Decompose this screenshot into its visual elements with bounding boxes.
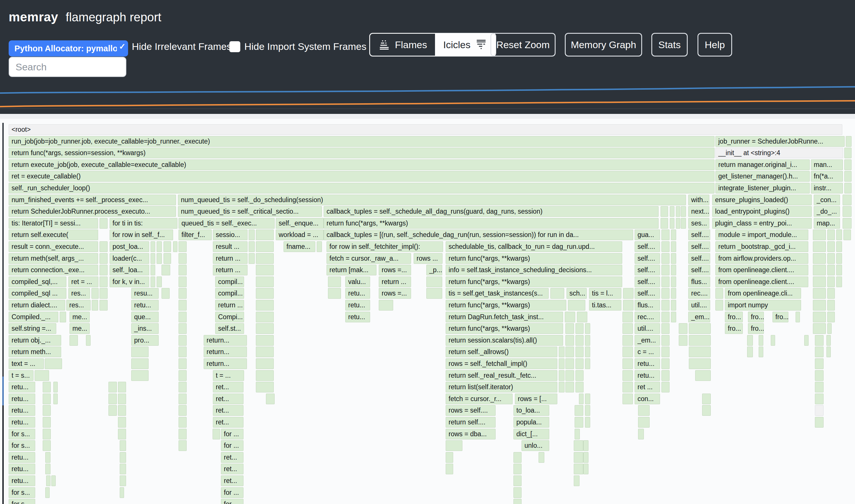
flame-cell-small[interactable] bbox=[575, 323, 584, 334]
flame-cell-small[interactable] bbox=[514, 499, 521, 504]
flame-cell-small[interactable] bbox=[163, 253, 171, 264]
flame-cell-small[interactable] bbox=[179, 276, 186, 287]
flame-cell-small[interactable] bbox=[43, 417, 51, 428]
flame-cell-small[interactable] bbox=[514, 464, 521, 474]
flame-cell[interactable]: retu... bbox=[345, 288, 370, 299]
flame-cell-small[interactable] bbox=[45, 464, 51, 474]
flame-cell-small[interactable] bbox=[43, 382, 51, 392]
flame-cell-small[interactable] bbox=[317, 241, 322, 252]
flame-cell[interactable]: tis = self.get_task_instances(s... bbox=[446, 288, 549, 299]
flame-cell-small[interactable] bbox=[108, 394, 117, 404]
flame-cell-small[interactable] bbox=[150, 253, 155, 264]
flame-cell[interactable]: ret... bbox=[221, 475, 244, 486]
flame-cell-small[interactable] bbox=[100, 265, 108, 275]
flame-cell[interactable]: t = s... bbox=[8, 370, 34, 381]
flame-cell[interactable]: self._loa... bbox=[110, 265, 149, 275]
flame-cell-small[interactable] bbox=[836, 265, 842, 275]
flame-cell[interactable]: return self.execute( bbox=[8, 230, 98, 240]
memory-graph[interactable] bbox=[0, 82, 855, 114]
flame-cell-small[interactable] bbox=[661, 370, 670, 381]
flame-cell[interactable]: return func(*args, **kwargs) bbox=[446, 300, 566, 310]
flame-cell-small[interactable] bbox=[179, 253, 186, 264]
flame-cell-small[interactable] bbox=[118, 417, 126, 428]
flame-cell[interactable]: dict_[... bbox=[514, 429, 549, 439]
flame-cell-small[interactable] bbox=[179, 300, 186, 310]
flame-cell[interactable]: ret... bbox=[213, 405, 244, 416]
flame-cell[interactable]: ret... bbox=[213, 394, 244, 404]
flame-cell-small[interactable] bbox=[747, 335, 753, 346]
flame-cell-small[interactable] bbox=[661, 276, 670, 287]
flame-cell-small[interactable] bbox=[157, 241, 162, 252]
flame-cell-small[interactable] bbox=[583, 440, 588, 451]
flame-cell-small[interactable] bbox=[53, 382, 58, 392]
flame-cell-small[interactable] bbox=[120, 440, 126, 451]
flame-cell-small[interactable] bbox=[575, 405, 583, 416]
flame-cell-small[interactable] bbox=[43, 394, 51, 404]
flame-cell-small[interactable] bbox=[43, 405, 51, 416]
flame-cell-small[interactable] bbox=[623, 323, 633, 334]
search-input[interactable] bbox=[8, 57, 126, 77]
flame-cell-small[interactable] bbox=[813, 241, 826, 252]
flame-cell-small[interactable] bbox=[676, 206, 680, 217]
flame-cell-small[interactable] bbox=[150, 276, 155, 287]
flame-cell[interactable]: self.... bbox=[635, 241, 660, 252]
flame-cell-small[interactable] bbox=[70, 335, 78, 346]
flame-cell-small[interactable] bbox=[256, 370, 274, 381]
flame-cell[interactable]: self.... bbox=[635, 265, 660, 275]
flame-cell-small[interactable] bbox=[623, 370, 633, 381]
flame-cell-small[interactable] bbox=[671, 276, 676, 287]
flame-cell[interactable]: fetch = cursor._r... bbox=[446, 394, 513, 404]
flame-cell-small[interactable] bbox=[813, 288, 826, 299]
flame-cell[interactable]: for k, v in... bbox=[110, 276, 149, 287]
flame-cell-small[interactable] bbox=[585, 323, 590, 334]
flame-cell-small[interactable] bbox=[715, 288, 723, 299]
flame-cell[interactable]: me... bbox=[70, 312, 90, 322]
flame-cell[interactable]: post_loa... bbox=[110, 241, 149, 252]
flame-cell[interactable]: return func(*args, **kwargs) bbox=[324, 218, 659, 229]
flame-cell[interactable]: return SchedulerJobRunner.process_execut… bbox=[8, 206, 176, 217]
flame-cell-small[interactable] bbox=[575, 346, 584, 357]
flame-cell[interactable]: con... bbox=[635, 394, 660, 404]
flame-cell-small[interactable] bbox=[179, 405, 186, 416]
flame-cell[interactable]: fn(*a... bbox=[811, 171, 843, 182]
flame-cell-small[interactable] bbox=[815, 417, 823, 428]
flame-cell-small[interactable] bbox=[256, 323, 274, 334]
flame-cell-small[interactable] bbox=[179, 241, 186, 252]
flame-cell-small[interactable] bbox=[815, 405, 823, 416]
flame-cell[interactable]: self.... bbox=[688, 253, 710, 264]
flame-cell[interactable]: with... bbox=[688, 195, 709, 205]
flame-cell[interactable]: from openlineage.client.... bbox=[715, 265, 808, 275]
flame-cell-small[interactable] bbox=[256, 346, 274, 357]
flame-cell[interactable]: text = ... bbox=[8, 358, 44, 369]
flame-cell[interactable]: return manager.original_i... bbox=[715, 159, 810, 170]
flame-cell-small[interactable] bbox=[638, 417, 649, 428]
flame-cell[interactable]: compil... bbox=[215, 288, 244, 299]
flame-cell-small[interactable] bbox=[681, 218, 686, 229]
flame-cell-small[interactable] bbox=[661, 323, 670, 334]
flame-cell-small[interactable] bbox=[514, 475, 521, 486]
flame-cell-small[interactable] bbox=[695, 370, 711, 381]
flame-cell-small[interactable] bbox=[661, 335, 670, 346]
flame-cell[interactable]: to_loa... bbox=[514, 405, 549, 416]
flame-cell-small[interactable] bbox=[815, 370, 823, 381]
flame-cell[interactable]: return func(*args, **kwargs) bbox=[446, 276, 622, 287]
flame-cell[interactable]: for row in self._fetchiter_impl(): bbox=[326, 241, 443, 252]
flame-cell[interactable]: pro... bbox=[131, 335, 159, 346]
flame-cell[interactable]: result = conn._execute... bbox=[8, 241, 98, 252]
flame-cell-small[interactable] bbox=[827, 288, 835, 299]
flame-cell[interactable]: loader(c... bbox=[110, 253, 149, 264]
flame-cell-small[interactable] bbox=[179, 335, 186, 346]
flame-cell[interactable]: callback_tuples = self._schedule_all_dag… bbox=[324, 206, 659, 217]
flame-cell-small[interactable] bbox=[60, 312, 66, 322]
flame-cell-small[interactable] bbox=[150, 241, 155, 252]
stats-button[interactable]: Stats bbox=[651, 33, 688, 56]
flame-cell[interactable]: unlo... bbox=[521, 440, 549, 451]
flame-cell-small[interactable] bbox=[118, 405, 126, 416]
flame-cell-small[interactable] bbox=[179, 370, 186, 381]
flame-cell[interactable]: retu... bbox=[131, 300, 159, 310]
flame-cell-small[interactable] bbox=[256, 288, 274, 299]
flame-cell-small[interactable] bbox=[826, 346, 831, 357]
flame-cell-small[interactable] bbox=[623, 394, 633, 404]
flame-cell-small[interactable] bbox=[575, 382, 584, 392]
flame-cell-small[interactable] bbox=[118, 382, 126, 392]
